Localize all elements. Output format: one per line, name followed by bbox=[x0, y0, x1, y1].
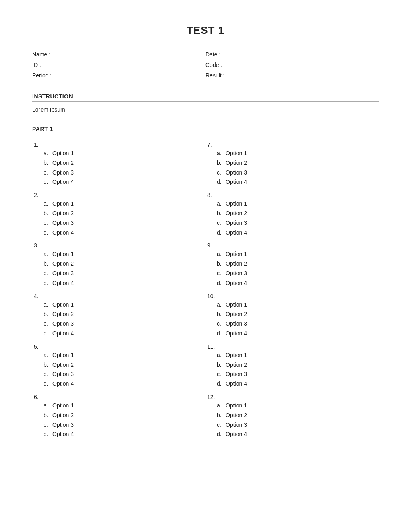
option-letter: b. bbox=[217, 209, 223, 218]
option-text: Option 4 bbox=[226, 228, 247, 238]
question-number: 11. bbox=[206, 343, 375, 350]
list-item: a.Option 1 bbox=[44, 149, 201, 158]
list-item: a.Option 1 bbox=[217, 351, 375, 360]
list-item: c.Option 3 bbox=[44, 269, 201, 278]
question-block: 2.a.Option 1b.Option 2c.Option 3d.Option… bbox=[32, 189, 206, 240]
list-item: d.Option 4 bbox=[44, 379, 201, 389]
option-letter: d. bbox=[44, 177, 50, 187]
option-letter: b. bbox=[44, 360, 50, 370]
question-number: 10. bbox=[206, 293, 375, 299]
list-item: d.Option 4 bbox=[217, 329, 375, 339]
list-item: a.Option 1 bbox=[217, 401, 375, 411]
part1-section: PART 1 1.a.Option 1b.Option 2c.Option 3d… bbox=[32, 126, 379, 442]
options-list: a.Option 1b.Option 2c.Option 3d.Option 4 bbox=[206, 249, 375, 288]
option-letter: d. bbox=[44, 430, 50, 439]
option-text: Option 2 bbox=[52, 360, 74, 370]
option-letter: b. bbox=[44, 411, 50, 420]
option-letter: d. bbox=[217, 379, 223, 389]
options-list: a.Option 1b.Option 2c.Option 3d.Option 4 bbox=[32, 401, 201, 439]
option-letter: c. bbox=[217, 168, 223, 178]
id-field: ID : bbox=[32, 62, 206, 68]
option-text: Option 2 bbox=[226, 360, 247, 370]
list-item: b.Option 2 bbox=[44, 209, 201, 218]
list-item: a.Option 1 bbox=[217, 149, 375, 158]
period-field: Period : bbox=[32, 72, 206, 79]
option-text: Option 1 bbox=[52, 300, 74, 310]
option-text: Option 4 bbox=[52, 228, 74, 238]
option-text: Option 4 bbox=[226, 329, 247, 339]
option-letter: a. bbox=[44, 199, 50, 209]
option-text: Option 2 bbox=[52, 310, 74, 319]
option-letter: c. bbox=[217, 319, 223, 329]
list-item: b.Option 2 bbox=[217, 360, 375, 370]
option-letter: d. bbox=[44, 228, 50, 238]
option-text: Option 4 bbox=[52, 329, 74, 339]
period-label: Period : bbox=[32, 72, 52, 79]
option-letter: d. bbox=[217, 228, 223, 238]
option-text: Option 1 bbox=[52, 249, 74, 259]
list-item: c.Option 3 bbox=[217, 319, 375, 329]
list-item: b.Option 2 bbox=[217, 310, 375, 319]
option-letter: a. bbox=[217, 401, 223, 411]
option-letter: c. bbox=[44, 218, 50, 228]
option-text: Option 1 bbox=[226, 300, 247, 310]
list-item: a.Option 1 bbox=[44, 351, 201, 360]
option-text: Option 4 bbox=[52, 379, 74, 389]
options-list: a.Option 1b.Option 2c.Option 3d.Option 4 bbox=[206, 401, 375, 439]
option-text: Option 1 bbox=[226, 199, 247, 209]
option-letter: a. bbox=[217, 351, 223, 360]
option-letter: d. bbox=[44, 329, 50, 339]
option-letter: b. bbox=[44, 310, 50, 319]
option-letter: c. bbox=[44, 420, 50, 430]
option-letter: b. bbox=[217, 360, 223, 370]
questions-left-col: 1.a.Option 1b.Option 2c.Option 3d.Option… bbox=[32, 139, 206, 442]
list-item: b.Option 2 bbox=[44, 158, 201, 168]
code-field: Code : bbox=[206, 62, 379, 68]
option-letter: c. bbox=[44, 319, 50, 329]
option-text: Option 3 bbox=[226, 269, 247, 278]
list-item: d.Option 4 bbox=[44, 278, 201, 288]
option-letter: b. bbox=[217, 310, 223, 319]
option-letter: d. bbox=[217, 329, 223, 339]
option-text: Option 4 bbox=[52, 278, 74, 288]
list-item: d.Option 4 bbox=[44, 177, 201, 187]
options-list: a.Option 1b.Option 2c.Option 3d.Option 4 bbox=[32, 149, 201, 187]
list-item: c.Option 3 bbox=[44, 420, 201, 430]
option-text: Option 1 bbox=[226, 401, 247, 411]
option-letter: a. bbox=[217, 300, 223, 310]
list-item: c.Option 3 bbox=[217, 269, 375, 278]
questions-right-col: 7.a.Option 1b.Option 2c.Option 3d.Option… bbox=[206, 139, 379, 442]
option-text: Option 3 bbox=[52, 420, 74, 430]
option-text: Option 4 bbox=[226, 430, 247, 439]
option-letter: b. bbox=[217, 411, 223, 420]
option-letter: c. bbox=[44, 168, 50, 178]
option-letter: a. bbox=[217, 199, 223, 209]
option-text: Option 3 bbox=[226, 218, 247, 228]
option-text: Option 3 bbox=[52, 319, 74, 329]
list-item: c.Option 3 bbox=[44, 319, 201, 329]
list-item: a.Option 1 bbox=[44, 249, 201, 259]
option-text: Option 2 bbox=[226, 411, 247, 420]
question-block: 10.a.Option 1b.Option 2c.Option 3d.Optio… bbox=[206, 291, 379, 341]
list-item: c.Option 3 bbox=[217, 420, 375, 430]
list-item: a.Option 1 bbox=[44, 300, 201, 310]
list-item: c.Option 3 bbox=[44, 168, 201, 178]
question-number: 7. bbox=[206, 141, 375, 148]
list-item: b.Option 2 bbox=[44, 411, 201, 420]
option-text: Option 3 bbox=[226, 168, 247, 178]
question-block: 1.a.Option 1b.Option 2c.Option 3d.Option… bbox=[32, 139, 206, 189]
option-text: Option 4 bbox=[52, 430, 74, 439]
option-text: Option 1 bbox=[52, 199, 74, 209]
result-field: Result : bbox=[206, 72, 379, 79]
option-text: Option 1 bbox=[52, 401, 74, 411]
option-letter: a. bbox=[44, 249, 50, 259]
option-letter: b. bbox=[44, 209, 50, 218]
question-block: 6.a.Option 1b.Option 2c.Option 3d.Option… bbox=[32, 391, 206, 442]
option-text: Option 2 bbox=[52, 411, 74, 420]
option-letter: a. bbox=[44, 401, 50, 411]
list-item: c.Option 3 bbox=[44, 370, 201, 379]
option-text: Option 3 bbox=[226, 319, 247, 329]
code-label: Code : bbox=[206, 62, 222, 68]
question-block: 11.a.Option 1b.Option 2c.Option 3d.Optio… bbox=[206, 341, 379, 391]
option-letter: d. bbox=[217, 278, 223, 288]
